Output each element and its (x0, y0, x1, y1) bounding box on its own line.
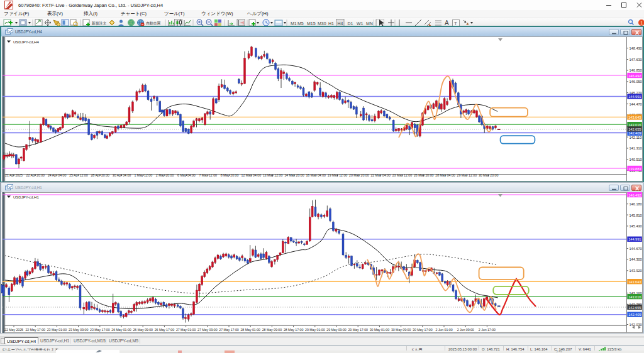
svg-text:23 May 01:00: 23 May 01:00 (47, 328, 67, 332)
svg-text:145.430: 145.430 (630, 224, 642, 228)
svg-text:26 May 09:00: 26 May 09:00 (133, 328, 153, 332)
svg-text:22 May 17:00: 22 May 17:00 (25, 328, 45, 332)
svg-text:146.492: 146.492 (628, 193, 641, 197)
svg-text:H4: H4 (338, 21, 343, 26)
svg-text:142.409: 142.409 (628, 313, 641, 317)
svg-text:24 Apr 04:00: 24 Apr 04:00 (48, 173, 67, 177)
svg-text:144.991: 144.991 (628, 95, 641, 99)
svg-text:M15: M15 (307, 21, 316, 26)
svg-text:28 May 01:00: 28 May 01:00 (240, 328, 260, 332)
svg-text:23 May 12:00: 23 May 12:00 (392, 173, 413, 177)
svg-text:30 May 09:00: 30 May 09:00 (391, 328, 411, 332)
svg-text:D1: D1 (348, 21, 353, 26)
svg-text:M1: M1 (291, 21, 297, 26)
svg-text:13 May 12:00: 13 May 12:00 (263, 173, 283, 177)
svg-text:28 Apr 20:00: 28 Apr 20:00 (91, 173, 109, 177)
svg-text:144.670: 144.670 (630, 247, 642, 251)
svg-text:29 May 12:00: 29 May 12:00 (457, 173, 477, 177)
svg-text:28 May 17:00: 28 May 17:00 (284, 328, 304, 332)
svg-text:30 May 20:00: 30 May 20:00 (479, 173, 499, 177)
svg-text:自動売買: 自動売買 (146, 21, 160, 26)
svg-text:30 Apr 04:00: 30 Apr 04:00 (113, 173, 131, 177)
svg-text:1: 1 (640, 21, 643, 25)
svg-text:142.655: 142.655 (628, 128, 641, 131)
svg-text:20 May 20:00: 20 May 20:00 (349, 173, 369, 177)
svg-text:7 May 12:00: 7 May 12:00 (199, 173, 217, 177)
svg-text:147.630: 147.630 (630, 58, 642, 62)
svg-text:142.409: 142.409 (628, 131, 641, 135)
svg-text:M30: M30 (318, 21, 326, 26)
svg-text:T: T (454, 21, 457, 26)
svg-text:22 Apr 20:00: 22 Apr 20:00 (26, 173, 45, 177)
svg-text:27 May 17:00: 27 May 17:00 (219, 328, 239, 332)
svg-text:29 May 09:00: 29 May 09:00 (326, 328, 347, 332)
svg-text:142.110: 142.110 (630, 136, 642, 139)
svg-text:30 May 01:00: 30 May 01:00 (370, 328, 390, 332)
svg-text:27 May 01:00: 27 May 01:00 (176, 328, 196, 332)
svg-text:143.016: 143.016 (628, 123, 641, 127)
svg-text:29 May 17:00: 29 May 17:00 (348, 328, 368, 332)
svg-text:26 May 20:00: 26 May 20:00 (414, 173, 434, 177)
svg-text:143.643: 143.643 (628, 280, 641, 284)
svg-text:23 May 09:00: 23 May 09:00 (69, 328, 89, 332)
svg-text:14 May 20:00: 14 May 20:00 (284, 173, 304, 177)
svg-text:146.050: 146.050 (630, 80, 642, 84)
svg-text:16 May 04:00: 16 May 04:00 (306, 173, 326, 177)
svg-text:H1: H1 (328, 21, 334, 26)
svg-text:140.510: 140.510 (630, 158, 642, 161)
svg-text:27 May 09:00: 27 May 09:00 (197, 328, 218, 332)
svg-text:30 May 17:00: 30 May 17:00 (413, 328, 433, 332)
svg-text:W1: W1 (357, 21, 364, 26)
svg-text:23 May 17:00: 23 May 17:00 (90, 328, 110, 332)
svg-text:22 May 2025: 22 May 2025 (4, 328, 23, 332)
svg-text:143.643: 143.643 (628, 116, 641, 119)
svg-text:6 May 04:00: 6 May 04:00 (177, 173, 196, 177)
svg-text:146.850: 146.850 (630, 68, 642, 72)
svg-text:新規注文: 新規注文 (92, 21, 106, 26)
svg-text:28 May 09:00: 28 May 09:00 (262, 328, 282, 332)
svg-text:A: A (445, 19, 449, 26)
svg-text:M5: M5 (297, 21, 304, 26)
svg-text:142.030: 142.030 (630, 323, 642, 327)
svg-text:144.470: 144.470 (630, 102, 642, 106)
svg-text:2 Jun 17:00: 2 Jun 17:00 (479, 328, 496, 332)
svg-text:29 May 01:00: 29 May 01:00 (305, 328, 325, 332)
svg-text:12 May 04:00: 12 May 04:00 (242, 173, 262, 177)
svg-text:8 May 20:00: 8 May 20:00 (221, 173, 239, 177)
svg-text:148.430: 148.430 (630, 46, 642, 50)
svg-text:21 Apr 2025: 21 Apr 2025 (5, 173, 23, 177)
svg-text:1 May 12:00: 1 May 12:00 (135, 173, 153, 177)
svg-text:142.655: 142.655 (628, 306, 641, 310)
svg-text:26 May 17:00: 26 May 17:00 (155, 328, 175, 332)
svg-text:28 May 04:00: 28 May 04:00 (435, 173, 455, 177)
svg-text:145.810: 145.810 (630, 214, 642, 217)
svg-text:2 Jun 01:00: 2 Jun 01:00 (435, 328, 452, 332)
svg-text:22 May 04:00: 22 May 04:00 (370, 173, 391, 177)
svg-text:USDJPY-cd,H4: USDJPY-cd,H4 (13, 40, 39, 44)
svg-text:143.016: 143.016 (628, 295, 641, 299)
svg-text:2 Jun 09:00: 2 Jun 09:00 (457, 328, 474, 332)
svg-text:25 Apr 12:00: 25 Apr 12:00 (69, 173, 88, 177)
svg-text:139.883: 139.883 (628, 167, 641, 171)
svg-text:146.492: 146.492 (628, 74, 641, 78)
svg-text:144.300: 144.300 (630, 258, 642, 261)
svg-text:144.991: 144.991 (628, 237, 641, 241)
svg-text:143.920: 143.920 (630, 269, 642, 273)
svg-text:141.310: 141.310 (630, 146, 642, 150)
svg-text:146.180: 146.180 (630, 202, 642, 206)
svg-text:19 May 12:00: 19 May 12:00 (328, 173, 348, 177)
svg-text:26 May 01:00: 26 May 01:00 (111, 328, 131, 332)
svg-text:MN: MN (366, 21, 373, 26)
svg-text:2 May 20:00: 2 May 20:00 (156, 173, 174, 177)
svg-text:USDJPY-cd,H1: USDJPY-cd,H1 (13, 195, 39, 199)
